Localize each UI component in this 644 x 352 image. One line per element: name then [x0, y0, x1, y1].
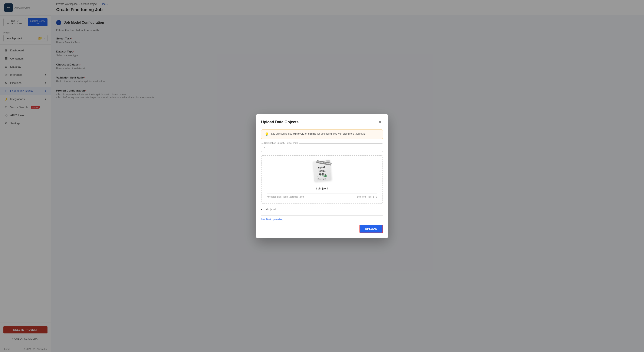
destination-input[interactable]: [264, 146, 380, 149]
modal-close-button[interactable]: ×: [377, 119, 383, 125]
start-uploading-label: Start Uploading: [266, 218, 283, 221]
valid-label: ✓ Valid: [320, 174, 327, 177]
accepted-types-text: Accepted type: .json, .parquet, .jsonl: [267, 196, 304, 198]
file-list: • train.jsonl: [261, 207, 383, 212]
s3cmd-text: s3cmd: [308, 132, 316, 135]
minio-cli-text: Minio CLI: [293, 132, 304, 135]
alert-text: It is advised to use Minio CLI or s3cmd …: [271, 132, 366, 135]
modal-title: Upload Data Objects: [261, 120, 298, 124]
destination-input-group: Destination Bucket / Folder Path: [261, 143, 383, 152]
file-list-name: train.jsonl: [264, 208, 276, 211]
upload-status-text[interactable]: 0% Start Uploading: [261, 218, 283, 221]
valid-checkmark-icon: ✓: [317, 174, 319, 177]
file-stamp: OCTET-STREAM: [316, 160, 332, 165]
drop-zone-footer: Accepted type: .json, .parquet, .jsonl S…: [267, 194, 377, 198]
destination-input-wrapper: Destination Bucket / Folder Path: [261, 143, 383, 152]
upload-button[interactable]: UPLOAD: [360, 225, 383, 233]
alert-icon: 💡: [265, 132, 269, 136]
upload-modal: Upload Data Objects × 💡 It is advised to…: [256, 114, 388, 238]
valid-badge: ✓ ✓ Valid: [317, 174, 327, 177]
progress-bar-track: [261, 215, 383, 216]
upload-progress: 0% Start Uploading: [261, 215, 383, 221]
list-item: • train.jsonl: [261, 207, 383, 212]
file-icon-wrapper: OCTET-STREAM 01001 10011 10011 ✓ ✓ Valid…: [311, 161, 333, 184]
modal-overlay[interactable]: Upload Data Objects × 💡 It is advised to…: [0, 0, 644, 352]
modal-footer: UPLOAD: [261, 225, 383, 233]
drop-zone[interactable]: OCTET-STREAM 01001 10011 10011 ✓ ✓ Valid…: [261, 155, 383, 204]
file-size: 4.55 MB: [317, 178, 327, 181]
file-name-label: train.jsonl: [316, 187, 328, 190]
bullet-icon: •: [261, 208, 262, 211]
destination-label: Destination Bucket / Folder Path: [264, 142, 299, 144]
alert-banner: 💡 It is advised to use Minio CLI or s3cm…: [261, 129, 383, 139]
selected-files-text: Selected Files: 1 / 1: [357, 196, 377, 198]
progress-percent: 0%: [261, 218, 265, 221]
modal-header: Upload Data Objects ×: [261, 119, 383, 125]
